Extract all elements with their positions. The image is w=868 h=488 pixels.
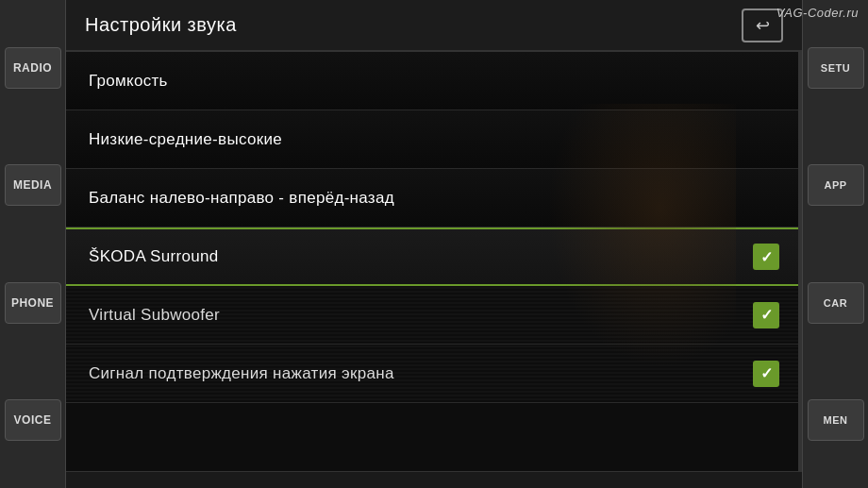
sidebar-btn-radio[interactable]: RADIO — [5, 47, 61, 89]
right-btn-car[interactable]: CAR — [808, 282, 864, 324]
center-panel: Настройки звука ↩ Громкость Низкие-средн… — [66, 0, 802, 488]
menu-item-touch-confirmation-label: Сигнал подтверждения нажатия экрана — [89, 364, 394, 383]
menu-item-virtual-subwoofer[interactable]: Virtual Subwoofer — [66, 286, 802, 345]
skoda-surround-checkbox[interactable] — [753, 244, 779, 270]
menu-list: Громкость Низкие-средние-высокие Баланс … — [66, 52, 802, 471]
menu-item-volume[interactable]: Громкость — [66, 52, 802, 110]
scrollbar[interactable] — [798, 52, 802, 471]
menu-item-bass-mid-treble[interactable]: Низкие-средние-высокие — [66, 110, 802, 169]
sidebar-btn-media[interactable]: MEDIA — [5, 164, 61, 206]
menu-item-bass-mid-treble-label: Низкие-средние-высокие — [89, 130, 282, 149]
right-btn-app[interactable]: APP — [808, 164, 864, 206]
touch-confirmation-checkbox[interactable] — [753, 361, 779, 387]
right-sidebar: SETU APP CAR MEN — [802, 0, 868, 488]
bottom-bar — [66, 471, 802, 488]
watermark: VAG-Coder.ru — [776, 6, 859, 20]
virtual-subwoofer-checkbox[interactable] — [753, 302, 779, 328]
sidebar-btn-voice[interactable]: VOICE — [5, 399, 61, 441]
menu-item-balance[interactable]: Баланс налево-направо - вперёд-назад — [66, 169, 802, 227]
menu-container: Громкость Низкие-средние-высокие Баланс … — [66, 52, 802, 471]
left-sidebar: RADIO MEDIA PHONE VOICE — [0, 0, 66, 488]
right-btn-setup[interactable]: SETU — [808, 47, 864, 89]
menu-item-skoda-surround-label: ŠKODA Surround — [89, 247, 218, 266]
menu-item-touch-confirmation[interactable]: Сигнал подтверждения нажатия экрана — [66, 345, 802, 403]
menu-item-virtual-subwoofer-label: Virtual Subwoofer — [89, 306, 220, 325]
page-title: Настройки звука — [85, 14, 237, 36]
menu-item-balance-label: Баланс налево-направо - вперёд-назад — [89, 189, 394, 208]
header-bar: Настройки звука ↩ — [66, 0, 802, 52]
menu-item-volume-label: Громкость — [89, 72, 168, 91]
sidebar-btn-phone[interactable]: PHONE — [5, 282, 61, 324]
right-btn-menu[interactable]: MEN — [808, 399, 864, 441]
menu-item-skoda-surround[interactable]: ŠKODA Surround — [66, 227, 802, 286]
